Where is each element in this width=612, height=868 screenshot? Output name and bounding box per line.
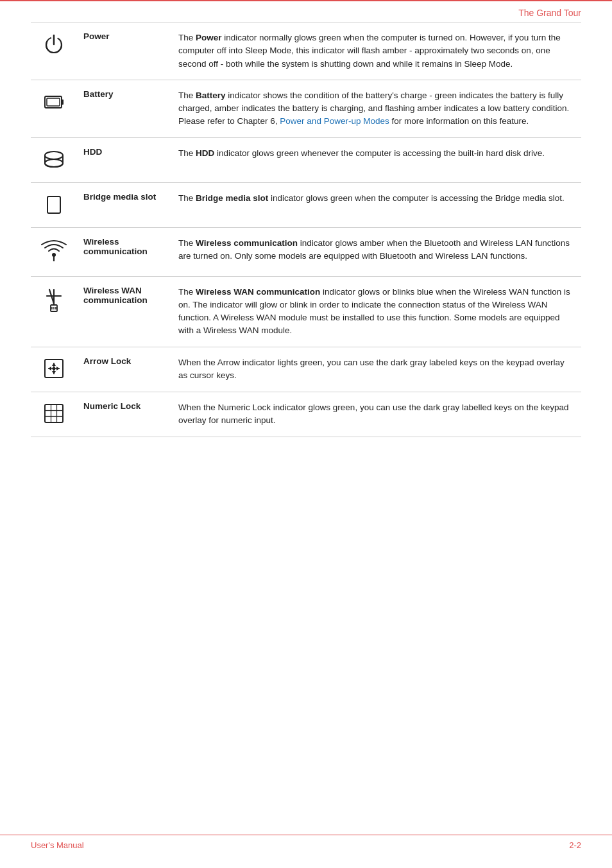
wireless-comm-description: The Wireless communication indicator glo… [172,227,581,276]
svg-rect-5 [62,100,64,105]
wireless-wan-label: Wireless WANcommunication [77,276,172,347]
bridge-media-label: Bridge media slot [77,182,172,227]
hdd-label: HDD [77,137,172,182]
bridge-media-icon-cell [31,182,77,227]
table-row: Bridge media slotThe Bridge media slot i… [31,182,581,227]
arrow-lock-label: Arrow Lock [77,347,172,392]
footer-left: User's Manual [31,840,84,850]
battery-icon-cell [31,80,77,137]
svg-marker-23 [48,367,51,370]
page-footer: User's Manual 2-2 [0,835,612,850]
svg-rect-4 [47,98,60,106]
wireless-wan-description: The Wireless WAN communication indicator… [172,276,581,347]
battery-description: The Battery indicator shows the conditio… [172,80,581,137]
table-row: PowerThe Power indicator normally glows … [31,22,581,80]
wireless-comm-label: Wirelesscommunication [77,227,172,276]
numeric-lock-description: When the Numeric Lock indicator glows gr… [172,392,581,437]
svg-marker-21 [52,363,56,366]
numeric-lock-icon-cell [31,392,77,437]
svg-marker-24 [56,367,60,370]
indicator-table: PowerThe Power indicator normally glows … [31,22,581,437]
arrow-lock-icon-cell [31,347,77,392]
battery-link[interactable]: Power and Power-up Modes [280,116,389,126]
page-wrapper: The Grand Tour PowerThe Power indicator … [0,0,612,868]
footer-right: 2-2 [569,840,581,850]
arrow-lock-description: When the Arrow indicator lights green, y… [172,347,581,392]
table-row: BatteryThe Battery indicator shows the c… [31,80,581,137]
svg-point-25 [53,367,56,370]
wireless-wan-icon-cell [31,276,77,347]
svg-rect-26 [45,404,63,422]
power-description: The Power indicator normally glows green… [172,22,581,80]
bridge-media-description: The Bridge media slot indicator glows gr… [172,182,581,227]
wireless-comm-icon-cell [31,227,77,276]
numeric-lock-label: Numeric Lock [77,392,172,437]
battery-label: Battery [77,80,172,137]
table-row: WirelesscommunicationThe Wireless commun… [31,227,581,276]
power-icon-cell [31,22,77,80]
svg-point-7 [45,159,63,167]
top-bar: The Grand Tour [0,0,612,22]
table-row: Numeric LockWhen the Numeric Lock indica… [31,392,581,437]
hdd-icon-cell [31,137,77,182]
hdd-description: The HDD indicator glows green whenever t… [172,137,581,182]
svg-point-6 [45,152,63,159]
svg-marker-22 [52,371,56,374]
power-label: Power [77,22,172,80]
content-area: PowerThe Power indicator normally glows … [0,22,612,437]
table-row: HDDThe HDD indicator glows green wheneve… [31,137,581,182]
table-row: Arrow LockWhen the Arrow indicator light… [31,347,581,392]
svg-rect-8 [47,196,60,213]
table-row: Wireless WANcommunicationThe Wireless WA… [31,276,581,347]
page-title: The Grand Tour [518,8,581,18]
